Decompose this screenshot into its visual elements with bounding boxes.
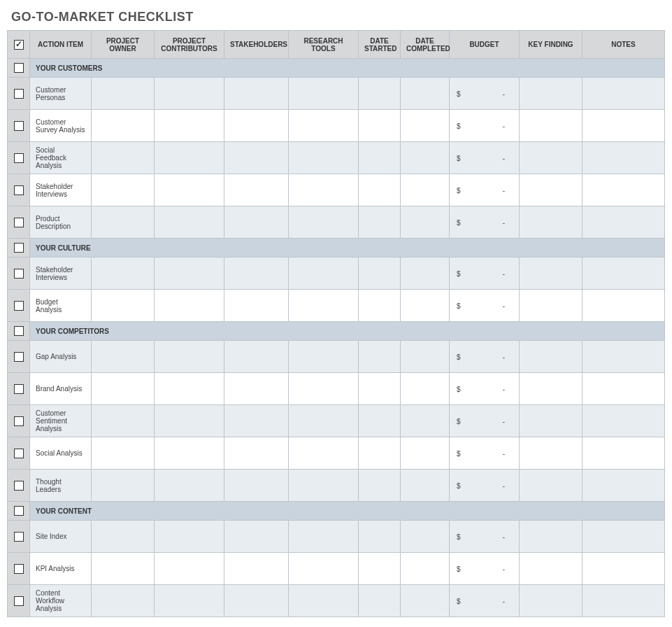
research-tools-cell[interactable] [289, 290, 359, 322]
project-contributors-cell[interactable] [155, 258, 224, 290]
research-tools-cell[interactable] [289, 174, 359, 206]
section-checkbox-icon[interactable] [14, 326, 24, 336]
project-owner-cell[interactable] [92, 373, 155, 405]
key-finding-cell[interactable] [520, 585, 582, 617]
budget-cell[interactable]: $- [450, 110, 520, 142]
date-started-cell[interactable] [359, 341, 401, 373]
stakeholders-cell[interactable] [224, 206, 289, 239]
research-tools-cell[interactable] [289, 206, 359, 239]
budget-cell[interactable]: $- [450, 373, 520, 405]
notes-cell[interactable] [582, 110, 665, 142]
stakeholders-cell[interactable] [224, 405, 289, 437]
header-checkbox-icon[interactable] [14, 40, 24, 50]
project-owner-cell[interactable] [92, 553, 155, 585]
date-started-cell[interactable] [359, 258, 401, 290]
project-contributors-cell[interactable] [155, 174, 224, 206]
stakeholders-cell[interactable] [224, 142, 289, 174]
notes-cell[interactable] [582, 585, 665, 617]
project-contributors-cell[interactable] [155, 470, 224, 502]
stakeholders-cell[interactable] [224, 470, 289, 502]
stakeholders-cell[interactable] [224, 78, 289, 110]
project-owner-cell[interactable] [92, 437, 155, 470]
notes-cell[interactable] [582, 470, 665, 502]
row-checkbox-icon[interactable] [14, 532, 24, 542]
project-contributors-cell[interactable] [155, 142, 224, 174]
notes-cell[interactable] [582, 341, 665, 373]
date-completed-cell[interactable] [401, 206, 450, 239]
project-owner-cell[interactable] [92, 405, 155, 437]
project-contributors-cell[interactable] [155, 585, 224, 617]
project-contributors-cell[interactable] [155, 553, 224, 585]
key-finding-cell[interactable] [520, 110, 582, 142]
key-finding-cell[interactable] [520, 174, 582, 206]
notes-cell[interactable] [582, 290, 665, 322]
budget-cell[interactable]: $- [450, 470, 520, 502]
date-started-cell[interactable] [359, 78, 401, 110]
key-finding-cell[interactable] [520, 142, 582, 174]
budget-cell[interactable]: $- [450, 405, 520, 437]
date-started-cell[interactable] [359, 142, 401, 174]
budget-cell[interactable]: $- [450, 341, 520, 373]
notes-cell[interactable] [582, 206, 665, 239]
date-completed-cell[interactable] [401, 174, 450, 206]
date-started-cell[interactable] [359, 405, 401, 437]
project-owner-cell[interactable] [92, 174, 155, 206]
project-owner-cell[interactable] [92, 470, 155, 502]
row-checkbox-icon[interactable] [14, 352, 24, 362]
budget-cell[interactable]: $- [450, 206, 520, 239]
row-checkbox-icon[interactable] [14, 596, 24, 606]
research-tools-cell[interactable] [289, 553, 359, 585]
project-contributors-cell[interactable] [155, 437, 224, 470]
date-completed-cell[interactable] [401, 521, 450, 553]
section-checkbox-icon[interactable] [14, 506, 24, 516]
notes-cell[interactable] [582, 437, 665, 470]
notes-cell[interactable] [582, 258, 665, 290]
project-owner-cell[interactable] [92, 341, 155, 373]
key-finding-cell[interactable] [520, 405, 582, 437]
key-finding-cell[interactable] [520, 521, 582, 553]
budget-cell[interactable]: $- [450, 174, 520, 206]
date-started-cell[interactable] [359, 373, 401, 405]
research-tools-cell[interactable] [289, 258, 359, 290]
row-checkbox-icon[interactable] [14, 481, 24, 491]
section-checkbox-icon[interactable] [14, 243, 24, 253]
research-tools-cell[interactable] [289, 585, 359, 617]
stakeholders-cell[interactable] [224, 258, 289, 290]
stakeholders-cell[interactable] [224, 553, 289, 585]
project-owner-cell[interactable] [92, 78, 155, 110]
row-checkbox-icon[interactable] [14, 449, 24, 458]
project-owner-cell[interactable] [92, 206, 155, 239]
row-checkbox-icon[interactable] [14, 416, 24, 426]
key-finding-cell[interactable] [520, 78, 582, 110]
research-tools-cell[interactable] [289, 373, 359, 405]
research-tools-cell[interactable] [289, 341, 359, 373]
research-tools-cell[interactable] [289, 78, 359, 110]
budget-cell[interactable]: $- [450, 290, 520, 322]
key-finding-cell[interactable] [520, 373, 582, 405]
budget-cell[interactable]: $- [450, 521, 520, 553]
project-owner-cell[interactable] [92, 110, 155, 142]
row-checkbox-icon[interactable] [14, 121, 24, 131]
date-started-cell[interactable] [359, 437, 401, 470]
project-contributors-cell[interactable] [155, 206, 224, 239]
section-checkbox-icon[interactable] [14, 63, 24, 73]
date-completed-cell[interactable] [401, 585, 450, 617]
row-checkbox-icon[interactable] [14, 185, 24, 195]
date-completed-cell[interactable] [401, 405, 450, 437]
row-checkbox-icon[interactable] [14, 384, 24, 394]
key-finding-cell[interactable] [520, 470, 582, 502]
key-finding-cell[interactable] [520, 206, 582, 239]
notes-cell[interactable] [582, 78, 665, 110]
project-contributors-cell[interactable] [155, 373, 224, 405]
stakeholders-cell[interactable] [224, 585, 289, 617]
budget-cell[interactable]: $- [450, 78, 520, 110]
row-checkbox-icon[interactable] [14, 269, 24, 279]
project-contributors-cell[interactable] [155, 110, 224, 142]
date-started-cell[interactable] [359, 290, 401, 322]
project-contributors-cell[interactable] [155, 290, 224, 322]
date-completed-cell[interactable] [401, 437, 450, 470]
project-owner-cell[interactable] [92, 290, 155, 322]
date-completed-cell[interactable] [401, 258, 450, 290]
research-tools-cell[interactable] [289, 110, 359, 142]
budget-cell[interactable]: $- [450, 258, 520, 290]
